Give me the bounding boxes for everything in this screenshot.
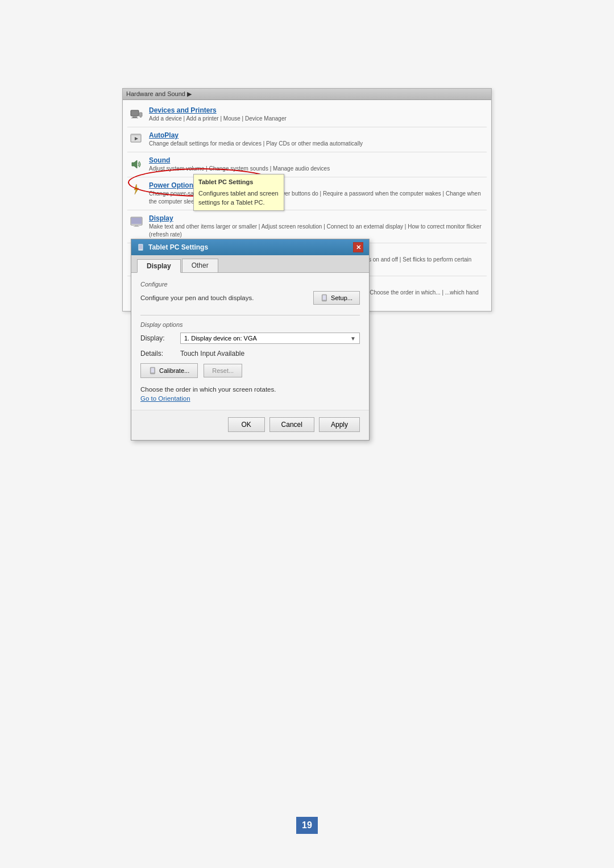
details-value: Touch Input Available <box>180 350 360 358</box>
apply-button[interactable]: Apply <box>319 417 360 432</box>
autoplay-text: AutoPlay Change default settings for med… <box>149 131 486 148</box>
configure-description: Configure your pen and touch displays. <box>140 294 254 301</box>
setup-icon <box>321 294 329 302</box>
tooltip-title: Tablet PC Settings <box>198 177 279 187</box>
svg-rect-20 <box>323 295 326 300</box>
devices-subtitle: Add a device | Add a printer | Mouse | D… <box>149 115 486 123</box>
page-number: 19 <box>296 817 318 834</box>
svg-rect-10 <box>131 218 142 224</box>
details-field-label: Details: <box>140 350 180 358</box>
tablet-dialog: Tablet PC Settings ✕ Display Other Confi… <box>131 239 370 441</box>
dialog-title-icon <box>137 243 145 251</box>
tab-other[interactable]: Other <box>182 259 218 272</box>
calibrate-button[interactable]: Calibrate... <box>140 363 198 378</box>
configure-text: Configure your pen and touch displays. <box>140 293 313 302</box>
devices-icon <box>128 106 144 122</box>
tooltip-popup: Tablet PC Settings Configures tablet and… <box>193 174 284 211</box>
dialog-titlebar: Tablet PC Settings ✕ <box>131 239 369 255</box>
devices-text: Devices and Printers Add a device | Add … <box>149 106 486 123</box>
display-text: Display Make text and other items larger… <box>149 214 486 239</box>
configure-row: Configure your pen and touch displays. S… <box>140 291 360 307</box>
cp-row-display: Display Make text and other items larger… <box>127 211 487 242</box>
cp-row-devices: Devices and Printers Add a device | Add … <box>127 103 487 126</box>
calibrate-row: Calibrate... Reset... <box>140 363 360 378</box>
dialog-tabs: Display Other <box>131 255 369 273</box>
page-number-text: 19 <box>302 820 312 830</box>
calibrate-icon <box>149 367 157 375</box>
display-field-label: Display: <box>140 334 180 342</box>
sound-subtitle: Adjust system volume | Change system sou… <box>149 165 486 173</box>
svg-rect-11 <box>135 225 138 226</box>
cp-titlebar: Hardware and Sound ▶ <box>123 89 491 100</box>
reset-button[interactable]: Reset... <box>204 364 242 377</box>
display-select[interactable]: 1. Display device on: VGA ▼ <box>180 333 360 344</box>
svg-rect-22 <box>151 368 155 372</box>
cp-row-power: Power Options Change power-saving settin… <box>127 178 487 209</box>
svg-marker-8 <box>132 160 137 168</box>
orientation-text: Choose the order in which your screen ro… <box>140 386 360 393</box>
calibrate-button-label: Calibrate... <box>159 367 189 374</box>
autoplay-subtitle: Change default settings for media or dev… <box>149 140 486 148</box>
svg-rect-2 <box>131 118 138 118</box>
display-subtitle: Make text and other items larger or smal… <box>149 223 486 239</box>
devices-title[interactable]: Devices and Printers <box>149 106 486 114</box>
setup-button[interactable]: Setup... <box>313 291 360 305</box>
cp-breadcrumb: Hardware and Sound ▶ <box>126 90 192 98</box>
svg-rect-3 <box>139 113 142 117</box>
sound-title[interactable]: Sound <box>149 156 486 164</box>
orientation-section: Choose the order in which your screen ro… <box>140 386 360 402</box>
cp-row-sound: Sound Adjust system volume | Change syst… <box>127 153 487 176</box>
display-icon <box>128 214 144 230</box>
configure-section-label: Configure <box>140 281 360 288</box>
power-icon <box>128 181 144 197</box>
display-title[interactable]: Display <box>149 214 486 222</box>
details-field-row: Details: Touch Input Available <box>140 350 360 358</box>
autoplay-title[interactable]: AutoPlay <box>149 131 486 139</box>
display-field-row: Display: 1. Display device on: VGA ▼ <box>140 333 360 344</box>
cp-row-autoplay: AutoPlay Change default settings for med… <box>127 128 487 151</box>
svg-rect-12 <box>134 226 139 227</box>
orientation-link[interactable]: Go to Orientation <box>140 395 360 402</box>
svg-rect-4 <box>140 117 142 118</box>
autoplay-icon <box>128 131 144 147</box>
tab-display[interactable]: Display <box>137 259 181 273</box>
sound-icon <box>128 156 144 172</box>
setup-button-label: Setup... <box>331 294 352 301</box>
dialog-close-button[interactable]: ✕ <box>353 242 363 252</box>
dialog-title: Tablet PC Settings <box>148 243 208 251</box>
reset-button-label: Reset... <box>212 367 234 374</box>
svg-rect-18 <box>139 244 143 249</box>
dropdown-arrow-icon: ▼ <box>350 335 356 342</box>
svg-rect-0 <box>131 110 139 116</box>
dialog-footer: OK Cancel Apply <box>131 410 369 440</box>
dialog-body: Configure Configure your pen and touch d… <box>131 273 369 410</box>
svg-rect-6 <box>131 134 141 135</box>
sound-text: Sound Adjust system volume | Change syst… <box>149 156 486 173</box>
tooltip-description: Configures tablet and screen settings fo… <box>198 189 279 207</box>
cancel-button[interactable]: Cancel <box>269 417 314 432</box>
svg-rect-1 <box>132 117 137 118</box>
dialog-titlebar-left: Tablet PC Settings <box>137 243 208 251</box>
display-select-value: 1. Display device on: VGA <box>184 335 257 342</box>
ok-button[interactable]: OK <box>228 417 265 432</box>
display-options-label: Display options <box>140 321 360 328</box>
